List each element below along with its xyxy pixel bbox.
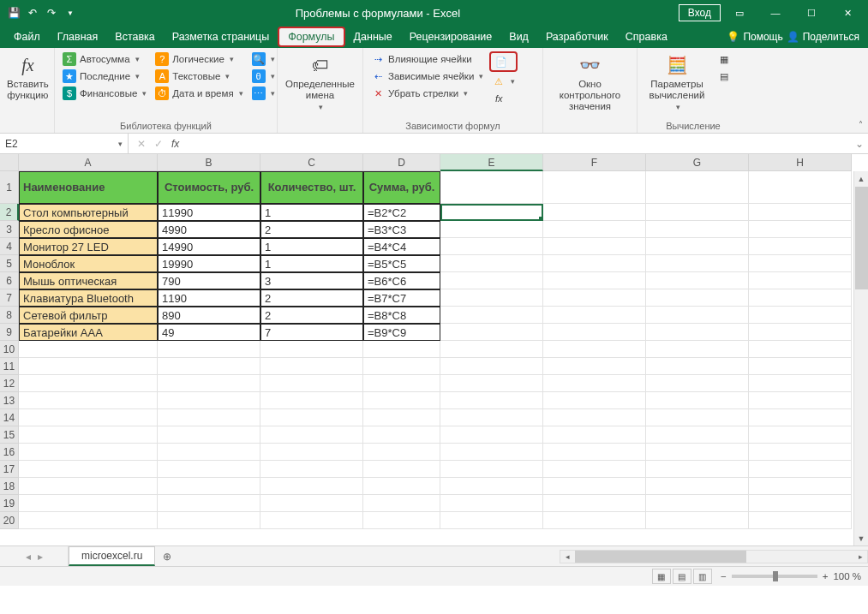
cell-empty[interactable]: [543, 171, 646, 204]
row-head-12[interactable]: 12: [0, 375, 19, 392]
cell-empty[interactable]: [363, 409, 440, 426]
save-icon[interactable]: 💾: [7, 6, 21, 20]
cell-empty[interactable]: [543, 341, 646, 358]
zoom-in-button[interactable]: +: [823, 571, 829, 581]
maximize-icon[interactable]: ☐: [794, 0, 829, 26]
row-head-14[interactable]: 14: [0, 409, 19, 426]
cell-empty[interactable]: [646, 341, 749, 358]
cell-empty[interactable]: [363, 375, 440, 392]
cell-C3[interactable]: 2: [260, 221, 363, 238]
col-head-F[interactable]: F: [543, 154, 646, 171]
cell-empty[interactable]: [543, 255, 646, 272]
cell-E5[interactable]: [440, 255, 543, 272]
cell-empty[interactable]: [646, 461, 749, 478]
show-formulas-button[interactable]: 📄: [492, 54, 515, 69]
next-sheet-icon[interactable]: ▸: [38, 551, 43, 563]
menu-data[interactable]: Данные: [345, 26, 401, 48]
name-box[interactable]: E2▾: [0, 134, 129, 153]
cell-empty[interactable]: [543, 375, 646, 392]
cell-empty[interactable]: [260, 426, 363, 444]
cell-D4[interactable]: =B4*C4: [363, 238, 440, 255]
menu-insert[interactable]: Вставка: [106, 26, 163, 48]
cell-empty[interactable]: [749, 255, 852, 272]
cell-empty[interactable]: [158, 426, 260, 444]
cell-A4[interactable]: Монитор 27 LED: [19, 238, 158, 255]
cell-empty[interactable]: [363, 341, 440, 358]
cell-E3[interactable]: [440, 221, 543, 238]
cell-empty[interactable]: [19, 392, 158, 409]
cell-empty[interactable]: [646, 409, 749, 426]
cell-empty[interactable]: [158, 512, 260, 529]
row-head-16[interactable]: 16: [0, 444, 19, 461]
cell-empty[interactable]: [260, 461, 363, 478]
row-head-7[interactable]: 7: [0, 289, 19, 307]
collapse-ribbon-icon[interactable]: ˄: [859, 120, 863, 129]
cell-A3[interactable]: Кресло офисное: [19, 221, 158, 238]
row-head-8[interactable]: 8: [0, 307, 19, 324]
cell-empty[interactable]: [646, 238, 749, 255]
select-all-corner[interactable]: [0, 154, 19, 171]
menu-help[interactable]: Справка: [617, 26, 676, 48]
hscroll-thumb[interactable]: [575, 551, 746, 563]
view-normal-button[interactable]: ▦: [652, 569, 671, 584]
cell-empty[interactable]: [749, 426, 852, 444]
col-head-G[interactable]: G: [646, 154, 749, 171]
minimize-icon[interactable]: —: [758, 0, 793, 26]
trace-dependents-button[interactable]: ⇠Зависимые ячейки▾: [368, 69, 486, 84]
cell-empty[interactable]: [543, 204, 646, 221]
cell-empty[interactable]: [260, 358, 363, 375]
cell-empty[interactable]: [749, 375, 852, 392]
cell-empty[interactable]: [19, 495, 158, 512]
login-button[interactable]: Вход: [679, 4, 721, 21]
row-head-6[interactable]: 6: [0, 272, 19, 289]
calc-options-button[interactable]: 🧮 Параметры вычислений▾: [643, 51, 711, 114]
cell-empty[interactable]: [440, 444, 543, 461]
row-head-3[interactable]: 3: [0, 221, 19, 238]
cell-B7[interactable]: 1190: [158, 289, 260, 307]
cell-empty[interactable]: [19, 512, 158, 529]
cell-empty[interactable]: [749, 409, 852, 426]
share-button[interactable]: 👤Поделиться: [787, 31, 859, 43]
cell-empty[interactable]: [749, 461, 852, 478]
cell-empty[interactable]: [158, 495, 260, 512]
cell-empty[interactable]: [440, 495, 543, 512]
cell-E6[interactable]: [440, 272, 543, 289]
qat-dropdown-icon[interactable]: ▼: [63, 6, 77, 20]
close-icon[interactable]: ✕: [830, 0, 865, 26]
cell-empty[interactable]: [363, 478, 440, 495]
cell-empty[interactable]: [749, 392, 852, 409]
cell-empty[interactable]: [646, 171, 749, 204]
chevron-down-icon[interactable]: ▾: [118, 140, 123, 148]
cell-D8[interactable]: =B8*C8: [363, 307, 440, 324]
cell-empty[interactable]: [19, 478, 158, 495]
view-page-button[interactable]: ▤: [673, 569, 691, 584]
cell-B2[interactable]: 11990: [158, 204, 260, 221]
row-head-1[interactable]: 1: [0, 171, 19, 204]
cell-empty[interactable]: [19, 341, 158, 358]
cell-E7[interactable]: [440, 289, 543, 307]
cell-empty[interactable]: [19, 409, 158, 426]
cell-empty[interactable]: [363, 426, 440, 444]
cell-empty[interactable]: [19, 426, 158, 444]
cell-A9[interactable]: Батарейки AAA: [19, 324, 158, 341]
redo-icon[interactable]: ↷: [45, 6, 58, 20]
cell-empty[interactable]: [440, 512, 543, 529]
row-head-2[interactable]: 2: [0, 204, 19, 221]
cell-empty[interactable]: [646, 221, 749, 238]
cell-empty[interactable]: [543, 426, 646, 444]
cell-A6[interactable]: Мышь оптическая: [19, 272, 158, 289]
vertical-scrollbar[interactable]: ▲ ▼: [853, 171, 868, 545]
cell-empty[interactable]: [749, 341, 852, 358]
add-sheet-button[interactable]: ⊕: [155, 546, 179, 566]
row-head-17[interactable]: 17: [0, 461, 19, 478]
cell-empty[interactable]: [749, 444, 852, 461]
cell-C6[interactable]: 3: [260, 272, 363, 289]
cell-empty[interactable]: [749, 512, 852, 529]
cell-empty[interactable]: [646, 392, 749, 409]
cell-empty[interactable]: [260, 341, 363, 358]
cell-empty[interactable]: [749, 324, 852, 341]
cell-empty[interactable]: [158, 478, 260, 495]
cell-empty[interactable]: [260, 392, 363, 409]
cell-empty[interactable]: [543, 512, 646, 529]
cell-empty[interactable]: [646, 375, 749, 392]
